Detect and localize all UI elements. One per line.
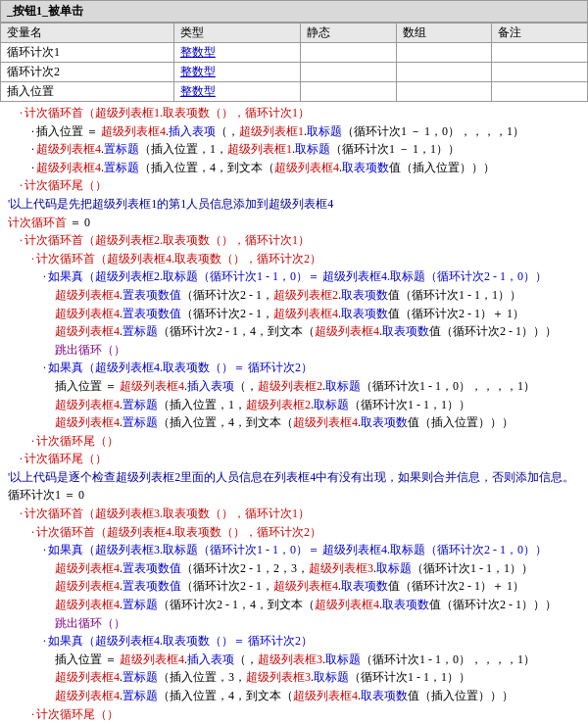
line: ·超级列表框4.置标题（插入位置，1，超级列表框1.取标题（循环计次1 － 1，… — [4, 140, 584, 159]
col-header-array: 数组 — [396, 24, 492, 43]
line-text: 计次循环尾（） — [36, 705, 119, 724]
table-cell — [396, 43, 492, 63]
variable-table: 变量名 类型 静态 数组 备注 循环计次1整数型循环计次2整数型插入位置整数型 — [0, 23, 588, 102]
line-prefix: · — [31, 432, 34, 451]
line-prefix: · — [31, 140, 34, 159]
line-prefix: · — [31, 159, 34, 177]
line-text: 计次循环首（超级列表框2.取表项数（），循环计次1） — [24, 231, 310, 250]
line: ·计次循环尾（） — [4, 432, 584, 451]
table-cell: 整数型 — [173, 82, 300, 102]
line-prefix: · — [20, 450, 23, 468]
line: 插入位置 ＝ 超级列表框4.插入表项（，超级列表框2.取标题（循环计次1 - 1… — [4, 377, 584, 396]
line-prefix: · — [43, 632, 46, 651]
line: ·计次循环首（超级列表框4.取表项数（），循环计次2） — [4, 523, 584, 542]
table-row: 循环计次2整数型 — [1, 63, 588, 82]
line-text: 如果真（超级列表框4.取表项数（）＝ 循环计次2） — [48, 632, 313, 651]
line-text: 超级列表框4.置标题（插入位置，1，超级列表框2.取标题（循环计次1 - 1，1… — [55, 396, 470, 414]
line-text: 如果真（超级列表框2.取标题（循环计次1 - 1，0）＝ 超级列表框4.取标题（… — [48, 267, 547, 286]
line: '以上代码是逐个检查超级列表框2里面的人员信息在列表框4中有没有出现，如果则合并… — [4, 468, 584, 487]
line-prefix: · — [43, 267, 46, 286]
line: ·计次循环首（超级列表框1.取表项数（），循环计次1） — [4, 104, 584, 122]
code-area: ·计次循环首（超级列表框1.取表项数（），循环计次1）·插入位置 ＝ 超级列表框… — [0, 102, 588, 724]
line: 计次循环首 ＝ 0 — [4, 214, 584, 232]
line-text: 计次循环首（超级列表框1.取表项数（），循环计次1） — [24, 104, 310, 122]
col-header-type: 类型 — [173, 24, 300, 43]
line-text: 超级列表框4.置表项数值（循环计次2 - 1，超级列表框4.取表项数值（循环计次… — [55, 577, 524, 596]
line: 超级列表框4.置标题（插入位置，3，超级列表框3.取标题（循环计次1 - 1，1… — [4, 668, 584, 687]
line-text: 插入位置 ＝ 超级列表框4.插入表项（，超级列表框1.取标题（循环计次1 － 1… — [36, 122, 524, 141]
line: 跳出循环（） — [4, 614, 584, 633]
col-header-static: 静态 — [301, 24, 397, 43]
line-text: 超级列表框4.置标题（循环计次2 - 1，4，到文本（超级列表框4.取表项数值（… — [55, 596, 557, 614]
table-cell — [396, 82, 492, 102]
line: 插入位置 ＝ 超级列表框4.插入表项（，超级列表框3.取标题（循环计次1 - 1… — [4, 651, 584, 669]
line-text: 超级列表框4.置标题（插入位置，4，到文本（超级列表框4.取表项数值（插入位置）… — [55, 687, 514, 705]
line: 循环计次1 ＝ 0 — [4, 486, 584, 505]
line: ·计次循环首（超级列表框4.取表项数（），循环计次2） — [4, 250, 584, 268]
line: 超级列表框4.置标题（插入位置，4，到文本（超级列表框4.取表项数值（插入位置）… — [4, 413, 584, 432]
line-text: 计次循环首（超级列表框4.取表项数（），循环计次2） — [36, 250, 321, 268]
line-text: 超级列表框4.置表项数值（循环计次2 - 1，超级列表框2.取表项数值（循环计次… — [55, 286, 521, 305]
line: ·如果真（超级列表框4.取表项数（）＝ 循环计次2） — [4, 632, 584, 651]
line-text: 计次循环尾（） — [36, 432, 119, 451]
table-cell: 插入位置 — [1, 82, 174, 102]
line: 超级列表框4.置表项数值（循环计次2 - 1，超级列表框4.取表项数值（循环计次… — [4, 577, 584, 596]
table-cell — [492, 43, 588, 63]
table-row: 插入位置整数型 — [1, 82, 588, 102]
line-text: 循环计次1 ＝ 0 — [8, 486, 84, 505]
header-bar: _按钮1_被单击 — [0, 0, 588, 23]
line-text: 计次循环首（超级列表框3.取表项数（），循环计次1） — [24, 505, 310, 523]
line-text: 超级列表框4.置标题（插入位置，3，超级列表框3.取标题（循环计次1 - 1，1… — [55, 668, 470, 687]
line: 跳出循环（） — [4, 341, 584, 360]
line-prefix: · — [43, 541, 46, 559]
line: ·如果真（超级列表框4.取表项数（）＝ 循环计次2） — [4, 359, 584, 377]
line-prefix: · — [43, 359, 46, 377]
line-text: 超级列表框4.置表项数值（循环计次2 - 1，2，3，超级列表框3.取标题（循环… — [55, 559, 533, 578]
line: ·计次循环首（超级列表框2.取表项数（），循环计次1） — [4, 231, 584, 250]
line: 超级列表框4.置表项数值（循环计次2 - 1，超级列表框4.取表项数值（循环计次… — [4, 305, 584, 323]
line-prefix: · — [31, 122, 34, 141]
line: 超级列表框4.置标题（插入位置，4，到文本（超级列表框4.取表项数值（插入位置）… — [4, 687, 584, 705]
line: ·插入位置 ＝ 超级列表框4.插入表项（，超级列表框1.取标题（循环计次1 － … — [4, 122, 584, 141]
line-text: 计次循环尾（） — [24, 176, 107, 195]
line-text: 插入位置 ＝ 超级列表框4.插入表项（，超级列表框3.取标题（循环计次1 - 1… — [55, 651, 535, 669]
line-prefix: · — [20, 176, 23, 195]
line-text: 超级列表框4.置标题（循环计次2 - 1，4，到文本（超级列表框4.取表项数值（… — [55, 322, 557, 341]
line-prefix: · — [20, 104, 23, 122]
line: ·超级列表框4.置标题（插入位置，4，到文本（超级列表框4.取表项数值（插入位置… — [4, 159, 584, 177]
table-cell — [396, 63, 492, 82]
line: ·如果真（超级列表框2.取标题（循环计次1 - 1，0）＝ 超级列表框4.取标题… — [4, 267, 584, 286]
table-cell — [492, 63, 588, 82]
line: 超级列表框4.置标题（循环计次2 - 1，4，到文本（超级列表框4.取表项数值（… — [4, 596, 584, 614]
table-cell: 循环计次2 — [1, 63, 174, 82]
line: '以上代码是先把超级列表框1的第1人员信息添加到超级列表框4 — [4, 195, 584, 214]
line-text: 计次循环首（超级列表框4.取表项数（），循环计次2） — [36, 523, 321, 542]
table-cell: 整数型 — [173, 43, 300, 63]
line-text: 插入位置 ＝ 超级列表框4.插入表项（，超级列表框2.取标题（循环计次1 - 1… — [55, 377, 535, 396]
line: ·计次循环首（超级列表框3.取表项数（），循环计次1） — [4, 505, 584, 523]
line-prefix: · — [31, 523, 34, 542]
line: 超级列表框4.置标题（循环计次2 - 1，4，到文本（超级列表框4.取表项数值（… — [4, 322, 584, 341]
table-cell — [301, 43, 397, 63]
table-row: 循环计次1整数型 — [1, 43, 588, 63]
line: ·如果真（超级列表框3.取标题（循环计次1 - 1，0）＝ 超级列表框4.取标题… — [4, 541, 584, 559]
line-text: 跳出循环（） — [55, 341, 125, 360]
line-text: 计次循环尾（） — [24, 450, 107, 468]
col-header-varname: 变量名 — [1, 24, 174, 43]
line: 超级列表框4.置表项数值（循环计次2 - 1，超级列表框2.取表项数值（循环计次… — [4, 286, 584, 305]
line: 超级列表框4.置标题（插入位置，1，超级列表框2.取标题（循环计次1 - 1，1… — [4, 396, 584, 414]
line-text: 超级列表框4.置标题（插入位置，1，超级列表框1.取标题（循环计次1 － 1，1… — [36, 140, 460, 159]
table-cell — [492, 82, 588, 102]
line-text: 超级列表框4.置标题（插入位置，4，到文本（超级列表框4.取表项数值（插入位置）… — [36, 159, 495, 177]
line: 超级列表框4.置表项数值（循环计次2 - 1，2，3，超级列表框3.取标题（循环… — [4, 559, 584, 578]
line-text: 跳出循环（） — [55, 614, 125, 633]
line-text: 超级列表框4.置表项数值（循环计次2 - 1，超级列表框4.取表项数值（循环计次… — [55, 305, 524, 323]
line: ·计次循环尾（） — [4, 176, 584, 195]
header-title: _按钮1_被单击 — [7, 4, 83, 18]
table-cell — [301, 82, 397, 102]
table-cell: 循环计次1 — [1, 43, 174, 63]
line-prefix: · — [31, 250, 34, 268]
line-text: 超级列表框4.置标题（插入位置，4，到文本（超级列表框4.取表项数值（插入位置）… — [55, 413, 514, 432]
col-header-note: 备注 — [492, 24, 588, 43]
line: ·计次循环尾（） — [4, 450, 584, 468]
